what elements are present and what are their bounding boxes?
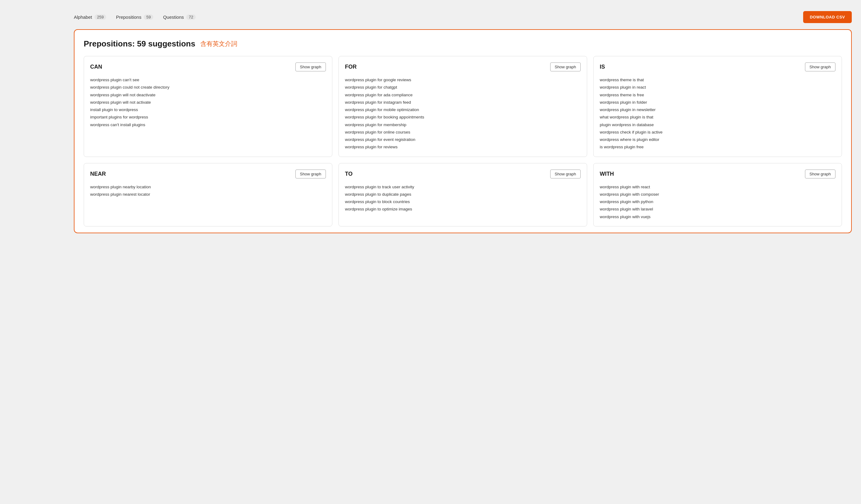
nav-count: 72 — [186, 14, 195, 20]
show-graph-button-with[interactable]: Show graph — [805, 169, 835, 178]
nav-label: Alphabet — [74, 14, 92, 20]
sidebar — [0, 0, 65, 504]
list-item: wordpress plugin with composer — [600, 191, 835, 197]
download-csv-button[interactable]: DOWNLOAD CSV — [803, 11, 852, 23]
list-item: wordpress plugin will not activate — [90, 99, 326, 106]
card-title-near: NEAR — [90, 171, 106, 177]
main-content: Alphabet259Prepositions59Questions72 DOW… — [65, 0, 861, 240]
cards-grid: CANShow graphwordpress plugin can't seew… — [84, 56, 842, 227]
card-list-with: wordpress plugin with reactwordpress plu… — [600, 184, 835, 220]
card-header-with: WITHShow graph — [600, 169, 835, 178]
list-item: wordpress plugin for chatgpt — [345, 84, 581, 91]
list-item: wordpress plugin nearest locator — [90, 191, 326, 197]
section-subtitle: 含有英文介詞 — [200, 40, 237, 48]
list-item: wordpress plugin in react — [600, 84, 835, 91]
list-item: wordpress plugin to block countries — [345, 199, 581, 205]
card-can: CANShow graphwordpress plugin can't seew… — [84, 56, 332, 157]
nav-label: Prepositions — [116, 14, 141, 20]
list-item: wordpress plugin for booking appointment… — [345, 114, 581, 120]
card-to: TOShow graphwordpress plugin to track us… — [339, 163, 587, 227]
card-with: WITHShow graphwordpress plugin with reac… — [593, 163, 842, 227]
list-item: wordpress plugin with react — [600, 184, 835, 190]
list-item: important plugins for wordpress — [90, 114, 326, 120]
list-item: wordpress plugin in folder — [600, 99, 835, 106]
nav-count: 259 — [94, 14, 106, 20]
list-item: wordpress plugin to track user activity — [345, 184, 581, 190]
card-list-is: wordpress theme is thatwordpress plugin … — [600, 77, 835, 150]
list-item: wordpress theme is free — [600, 92, 835, 98]
card-list-can: wordpress plugin can't seewordpress plug… — [90, 77, 326, 128]
nav-item-questions[interactable]: Questions72 — [163, 14, 196, 20]
show-graph-button-for[interactable]: Show graph — [550, 63, 581, 71]
list-item: wordpress plugin nearby location — [90, 184, 326, 190]
nav-item-alphabet[interactable]: Alphabet259 — [74, 14, 106, 20]
show-graph-button-to[interactable]: Show graph — [550, 169, 581, 178]
top-nav: Alphabet259Prepositions59Questions72 — [74, 14, 196, 20]
card-for: FORShow graphwordpress plugin for google… — [339, 56, 587, 157]
list-item: wordpress plugin could not create direct… — [90, 84, 326, 91]
card-header-can: CANShow graph — [90, 63, 326, 71]
list-item: wordpress plugin for mobile optimization — [345, 107, 581, 113]
show-graph-button-is[interactable]: Show graph — [805, 63, 835, 71]
card-list-to: wordpress plugin to track user activityw… — [345, 184, 581, 213]
list-item: wordpress plugin with python — [600, 199, 835, 205]
list-item: wordpress plugin for google reviews — [345, 77, 581, 83]
list-item: wordpress plugin can't see — [90, 77, 326, 83]
card-list-for: wordpress plugin for google reviewswordp… — [345, 77, 581, 150]
card-title-to: TO — [345, 171, 353, 177]
card-header-near: NEARShow graph — [90, 169, 326, 178]
list-item: wordpress plugin for online courses — [345, 129, 581, 135]
show-graph-button-near[interactable]: Show graph — [296, 169, 326, 178]
list-item: wordpress plugin for reviews — [345, 144, 581, 150]
nav-count: 59 — [144, 14, 153, 20]
card-title-with: WITH — [600, 171, 614, 177]
nav-label: Questions — [163, 14, 184, 20]
list-item: wordpress plugin will not deactivate — [90, 92, 326, 98]
list-item: wordpress plugin for membership — [345, 122, 581, 128]
card-title-can: CAN — [90, 64, 102, 70]
list-item: wordpress plugin for instagram feed — [345, 99, 581, 106]
section-title: Prepositions: 59 suggestions — [84, 39, 195, 49]
card-near: NEARShow graphwordpress plugin nearby lo… — [84, 163, 332, 227]
list-item: is wordpress plugin free — [600, 144, 835, 150]
card-header-is: ISShow graph — [600, 63, 835, 71]
section-header: Prepositions: 59 suggestions 含有英文介詞 — [84, 39, 842, 49]
list-item: wordpress plugin in newsletter — [600, 107, 835, 113]
nav-item-prepositions[interactable]: Prepositions59 — [116, 14, 153, 20]
list-item: wordpress where is plugin editor — [600, 137, 835, 143]
list-item: wordpress check if plugin is active — [600, 129, 835, 135]
section-container: Prepositions: 59 suggestions 含有英文介詞 CANS… — [74, 29, 852, 233]
list-item: install plugin to wordpress — [90, 107, 326, 113]
list-item: wordpress theme is that — [600, 77, 835, 83]
list-item: wordpress plugin with vuejs — [600, 214, 835, 220]
list-item: wordpress plugin with laravel — [600, 206, 835, 212]
top-bar: Alphabet259Prepositions59Questions72 DOW… — [74, 6, 852, 29]
card-title-for: FOR — [345, 64, 357, 70]
list-item: wordpress plugin for event registration — [345, 137, 581, 143]
card-is: ISShow graphwordpress theme is thatwordp… — [593, 56, 842, 157]
card-title-is: IS — [600, 64, 605, 70]
show-graph-button-can[interactable]: Show graph — [296, 63, 326, 71]
list-item: wordpress can't install plugins — [90, 122, 326, 128]
card-list-near: wordpress plugin nearby locationwordpres… — [90, 184, 326, 198]
list-item: wordpress plugin to optimize images — [345, 206, 581, 212]
card-header-to: TOShow graph — [345, 169, 581, 178]
list-item: wordpress plugin to duplicate pages — [345, 191, 581, 197]
list-item: plugin wordpress in database — [600, 122, 835, 128]
card-header-for: FORShow graph — [345, 63, 581, 71]
list-item: wordpress plugin for ada compliance — [345, 92, 581, 98]
list-item: what wordpress plugin is that — [600, 114, 835, 120]
